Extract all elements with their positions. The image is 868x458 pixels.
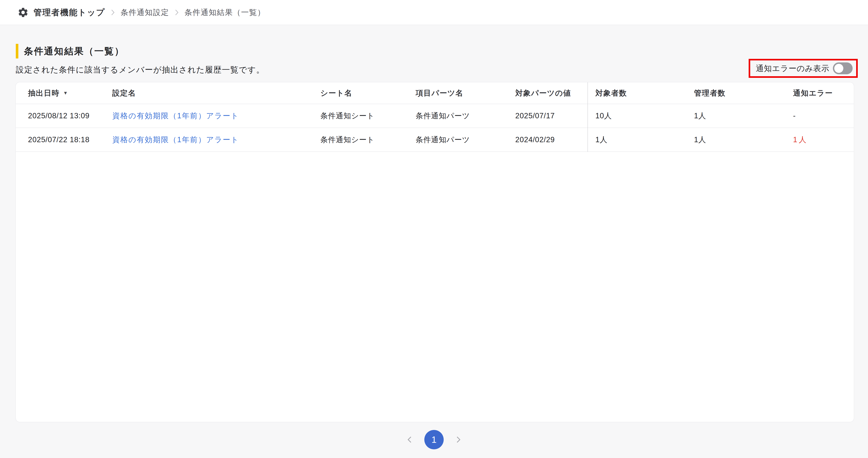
cell-notify-error: -	[793, 112, 854, 120]
toggle-knob	[834, 64, 843, 73]
breadcrumb-separator-icon	[111, 9, 115, 16]
page-title: 条件通知結果（一覧）	[24, 45, 124, 57]
topbar: 管理者機能トップ 条件通知設定 条件通知結果（一覧）	[0, 0, 868, 25]
table-header-row: 抽出日時 ▼ 設定名 シート名 項目パーツ名 対象パーツの値 対象者数 管理者数…	[16, 82, 854, 104]
sort-desc-icon[interactable]: ▼	[63, 90, 68, 96]
setting-name-link[interactable]: 資格の有効期限（1年前）アラート	[112, 112, 239, 120]
cell-target-count: 1人	[595, 135, 694, 145]
gear-icon	[18, 7, 29, 18]
setting-name-link[interactable]: 資格の有効期限（1年前）アラート	[112, 136, 239, 144]
chevron-right-icon	[454, 435, 463, 444]
cell-sheet-name: 条件通知シート	[320, 111, 416, 121]
error-only-toggle-label: 通知エラーのみ表示	[756, 63, 829, 74]
cell-target-part-value: 2025/07/17	[515, 112, 595, 120]
error-only-toggle[interactable]	[833, 62, 852, 74]
cell-admin-count: 1人	[694, 111, 793, 121]
column-header-admin-count: 管理者数	[694, 88, 793, 98]
breadcrumb-root-label: 管理者機能トップ	[34, 7, 105, 18]
cell-admin-count: 1人	[694, 135, 793, 145]
column-header-notify-error: 通知エラー	[793, 88, 854, 98]
pagination: 1	[0, 430, 868, 449]
column-header-setting-name: 設定名	[112, 88, 320, 98]
cell-target-count: 10人	[595, 111, 694, 121]
breadcrumb-separator-icon	[175, 9, 179, 16]
cell-item-part-name: 条件通知パーツ	[416, 111, 515, 121]
page-heading: 条件通知結果（一覧）	[16, 44, 124, 58]
results-card: 抽出日時 ▼ 設定名 シート名 項目パーツ名 対象パーツの値 対象者数 管理者数…	[16, 82, 854, 422]
breadcrumb-item-notify-settings[interactable]: 条件通知設定	[121, 7, 169, 18]
results-table: 抽出日時 ▼ 設定名 シート名 項目パーツ名 対象パーツの値 対象者数 管理者数…	[16, 82, 854, 152]
fixed-column-divider	[587, 82, 588, 152]
column-header-label: 抽出日時	[28, 88, 60, 98]
column-header-sheet-name: シート名	[320, 88, 416, 98]
annotation-highlight: 通知エラーのみ表示	[749, 59, 858, 78]
cell-extracted-at: 2025/08/12 13:09	[28, 112, 112, 120]
current-page-button[interactable]: 1	[424, 430, 444, 449]
table-row: 2025/08/12 13:09 資格の有効期限（1年前）アラート 条件通知シー…	[16, 104, 854, 128]
column-header-target-part-value: 対象パーツの値	[515, 88, 595, 98]
cell-notify-error: 1人	[793, 135, 854, 145]
table-row: 2025/07/22 18:18 資格の有効期限（1年前）アラート 条件通知シー…	[16, 128, 854, 152]
cell-target-part-value: 2024/02/29	[515, 136, 595, 144]
column-header-target-count: 対象者数	[595, 88, 694, 98]
cell-extracted-at: 2025/07/22 18:18	[28, 136, 112, 144]
breadcrumb-item-admin-top[interactable]: 管理者機能トップ	[18, 7, 105, 18]
next-page-button[interactable]	[454, 435, 463, 444]
cell-item-part-name: 条件通知パーツ	[416, 135, 515, 145]
column-header-item-part-name: 項目パーツ名	[416, 88, 515, 98]
prev-page-button[interactable]	[405, 435, 414, 444]
page-description: 設定された条件に該当するメンバーが抽出された履歴一覧です。	[16, 64, 265, 75]
chevron-left-icon	[405, 435, 414, 444]
title-accent-bar	[16, 44, 18, 58]
cell-sheet-name: 条件通知シート	[320, 135, 416, 145]
column-header-extracted-at[interactable]: 抽出日時 ▼	[28, 88, 112, 98]
breadcrumb-item-notify-results: 条件通知結果（一覧）	[184, 7, 265, 18]
